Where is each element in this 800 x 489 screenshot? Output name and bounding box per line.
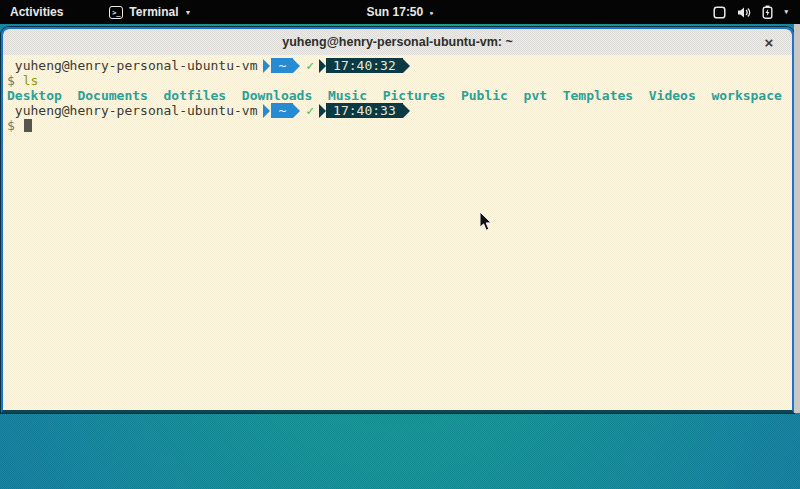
prompt-time-segment: 17:40:33 (326, 103, 403, 118)
powerline-arrow-icon (403, 59, 410, 73)
window-title: yuheng@henry-personal-ubuntu-vm: ~ (282, 35, 513, 49)
powerline-arrow-icon (403, 104, 410, 118)
notification-dot-icon: ● (429, 9, 433, 16)
powerline-arrow-icon (263, 59, 270, 73)
screen-edge-strip (794, 24, 800, 413)
display-icon (713, 6, 726, 19)
powerline-arrow-icon (293, 104, 300, 118)
prompt-user-host: yuheng@henry-personal-ubuntu-vm (7, 58, 257, 73)
prompt-time-segment: 17:40:32 (326, 58, 403, 73)
prompt-line: yuheng@henry-personal-ubuntu-vm ~ ✓ 17:4… (7, 103, 792, 118)
chevron-down-icon: ▾ (784, 8, 788, 16)
powerline-arrow-icon (263, 104, 270, 118)
activities-button[interactable]: Activities (0, 0, 73, 24)
powerline-arrow-icon (319, 59, 326, 73)
volume-icon (737, 6, 751, 19)
battery-charging-icon (762, 5, 773, 19)
ls-output: Desktop Documents dotfiles Downloads Mus… (7, 88, 792, 103)
prompt-symbol: $ (7, 73, 15, 88)
gnome-top-bar: Activities >_ Terminal ▼ Sun 17:50 ● (0, 0, 800, 24)
status-check-icon: ✓ (306, 58, 314, 73)
app-menu-label: Terminal (129, 5, 178, 19)
clock-label: Sun 17:50 (367, 5, 424, 19)
system-status-area[interactable]: ▾ (701, 0, 800, 24)
mouse-pointer-icon (479, 211, 494, 232)
prompt-cwd-segment: ~ (271, 58, 293, 73)
window-titlebar[interactable]: yuheng@henry-personal-ubuntu-vm: ~ × (3, 29, 792, 55)
prompt-symbol: $ (7, 118, 15, 133)
terminal-screen[interactable]: yuheng@henry-personal-ubuntu-vm ~ ✓ 17:4… (3, 55, 792, 410)
prompt-line: yuheng@henry-personal-ubuntu-vm ~ ✓ 17:4… (7, 58, 792, 73)
typed-command: ls (23, 73, 39, 88)
app-menu-terminal[interactable]: >_ Terminal ▼ (103, 0, 197, 24)
terminal-cursor (24, 119, 32, 132)
chevron-down-icon: ▼ (184, 9, 191, 16)
status-check-icon: ✓ (306, 103, 314, 118)
close-icon[interactable]: × (758, 29, 780, 55)
prompt-cwd-segment: ~ (271, 103, 293, 118)
terminal-icon: >_ (109, 6, 123, 19)
screen: Activities >_ Terminal ▼ Sun 17:50 ● (0, 0, 800, 489)
powerline-arrow-icon (293, 59, 300, 73)
command-line-active: $ (7, 118, 792, 133)
terminal-window: yuheng@henry-personal-ubuntu-vm: ~ × yuh… (1, 27, 794, 413)
prompt-user-host: yuheng@henry-personal-ubuntu-vm (7, 103, 257, 118)
powerline-arrow-icon (319, 104, 326, 118)
command-line: $ ls (7, 73, 792, 88)
